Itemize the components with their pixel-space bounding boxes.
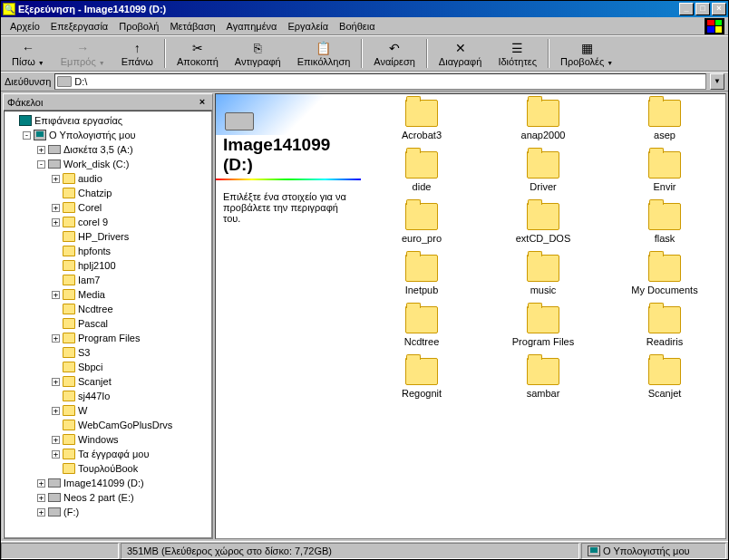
tree-item[interactable]: +Τα έγγραφά μου: [6, 447, 209, 461]
folder-icon: [405, 306, 438, 333]
toolbar-αναίρεση[interactable]: ↶Αναίρεση: [366, 37, 423, 70]
tree-item[interactable]: hpfonts: [6, 244, 209, 258]
toolbar-πίσω[interactable]: ←Πίσω ▼: [5, 37, 52, 70]
tree-item[interactable]: -Work_disk (C:): [6, 157, 209, 171]
toolbar-επικόλληση[interactable]: 📋Επικόλληση: [290, 37, 358, 70]
menu-μετάβαση[interactable]: Μετάβαση: [164, 19, 220, 34]
folder-icon: [527, 203, 559, 230]
tree-item[interactable]: +Neos 2 part (E:): [6, 490, 209, 505]
titlebar[interactable]: 🔍 Εξερεύνηση - Image141099 (D:) _ □ ×: [1, 1, 728, 17]
tree-item[interactable]: WebCamGoPlusDrvs: [6, 418, 209, 432]
expand-toggle[interactable]: +: [52, 204, 60, 212]
folder-item[interactable]: Acrobat3: [367, 100, 476, 140]
tree-item[interactable]: +W: [6, 403, 209, 418]
tree-item[interactable]: +Media: [6, 287, 209, 302]
tree-item[interactable]: +Corel: [6, 200, 209, 215]
tree-item[interactable]: +(F:): [6, 505, 209, 519]
toolbar-ιδιότητες[interactable]: ☰Ιδιότητες: [491, 37, 544, 70]
folder-item[interactable]: My Documents: [610, 255, 719, 295]
toolbar-προβολές[interactable]: ▦Προβολές ▼: [553, 37, 620, 70]
close-button[interactable]: ×: [712, 3, 726, 15]
address-input[interactable]: D:\: [54, 73, 706, 90]
folder-icon: [648, 255, 681, 282]
tree-item[interactable]: Επιφάνεια εργασίας: [6, 113, 209, 128]
folder-item[interactable]: Readiris: [610, 306, 719, 347]
toolbar-διαγραφή[interactable]: ✕Διαγραφή: [432, 37, 490, 70]
tree-item[interactable]: S3: [6, 345, 209, 360]
toolbar-επάνω[interactable]: ↑Επάνω: [114, 37, 160, 70]
tree-item[interactable]: Pascal: [6, 316, 209, 331]
expand-toggle[interactable]: +: [52, 407, 60, 415]
folder-item[interactable]: Scanjet: [610, 358, 719, 399]
folder-tree[interactable]: Επιφάνεια εργασίας-Ο Υπολογιστής μου+Δισ…: [4, 111, 212, 538]
addressbar: Διεύθυνση D:\ ▼: [1, 72, 728, 92]
toolbar-αντιγραφή[interactable]: ⎘Αντιγραφή: [228, 37, 288, 70]
tree-item[interactable]: Iam7: [6, 273, 209, 287]
folder-item[interactable]: extCD_DOS: [489, 203, 598, 244]
file-list[interactable]: Acrobat3anap2000asepdideDriverEnvireuro_…: [361, 94, 725, 538]
επάνω-icon: ↑: [128, 40, 146, 56]
menu-εργαλεία[interactable]: Εργαλεία: [282, 19, 334, 34]
folder-item[interactable]: music: [489, 255, 598, 295]
folder-icon: [527, 358, 559, 385]
tree-item[interactable]: Chatzip: [6, 186, 209, 200]
tree-item[interactable]: +Scanjet: [6, 374, 209, 389]
tree-item[interactable]: +Image141099 (D:): [6, 476, 209, 490]
expand-toggle[interactable]: +: [37, 494, 45, 502]
tree-item[interactable]: sj447Ιο: [6, 389, 209, 403]
maximize-button[interactable]: □: [695, 3, 710, 15]
menu-αρχείο[interactable]: Αρχείο: [5, 19, 45, 34]
tree-item[interactable]: ΤουρλούBook: [6, 461, 209, 476]
folder-icon: [63, 405, 75, 416]
toolbar-αποκοπή[interactable]: ✂Αποκοπή: [170, 37, 226, 70]
tree-item[interactable]: HP_Drivers: [6, 229, 209, 244]
tree-item[interactable]: -Ο Υπολογιστής μου: [6, 128, 209, 142]
folders-close-button[interactable]: ×: [196, 96, 209, 109]
expand-toggle[interactable]: -: [23, 131, 31, 140]
folder-item[interactable]: anap2000: [489, 100, 598, 140]
tree-item[interactable]: Ncdtree: [6, 302, 209, 316]
folder-item[interactable]: Inetpub: [367, 255, 476, 295]
expand-toggle[interactable]: +: [37, 146, 45, 154]
expand-toggle[interactable]: -: [37, 160, 45, 169]
folder-item[interactable]: Ncdtree: [367, 306, 476, 347]
expand-toggle[interactable]: +: [37, 479, 45, 488]
folder-item[interactable]: Regognit: [367, 358, 476, 399]
address-dropdown[interactable]: ▼: [710, 73, 724, 90]
folder-item[interactable]: sambar: [489, 358, 598, 399]
drive-icon: [48, 507, 61, 517]
tree-item[interactable]: +Windows: [6, 432, 209, 447]
folder-item[interactable]: flask: [610, 203, 719, 244]
app-icon: 🔍: [3, 3, 15, 15]
expand-toggle[interactable]: +: [37, 508, 45, 517]
drive-large-icon: [225, 112, 254, 130]
folder-item[interactable]: euro_pro: [367, 203, 476, 244]
menu-προβολή[interactable]: Προβολή: [113, 19, 164, 34]
menu-αγαπημένα[interactable]: Αγαπημένα: [221, 19, 283, 34]
menu-επεξεργασία[interactable]: Επεξεργασία: [45, 19, 113, 34]
tree-item[interactable]: hplj2100: [6, 258, 209, 273]
expand-toggle[interactable]: +: [52, 378, 60, 386]
folder-item[interactable]: Driver: [489, 151, 598, 192]
minimize-button[interactable]: _: [679, 3, 694, 15]
expand-toggle[interactable]: +: [52, 291, 60, 299]
folder-item[interactable]: asep: [610, 100, 719, 140]
tree-item[interactable]: +Δισκέτα 3,5 (A:): [6, 142, 209, 157]
folder-icon: [63, 434, 75, 445]
folder-icon: [63, 391, 75, 401]
expand-toggle[interactable]: +: [52, 218, 60, 227]
expand-toggle[interactable]: +: [52, 436, 60, 444]
tree-item[interactable]: +Program Files: [6, 331, 209, 345]
expand-toggle[interactable]: +: [52, 175, 60, 183]
menu-βοήθεια[interactable]: Βοήθεια: [334, 19, 380, 34]
expand-toggle[interactable]: +: [52, 334, 60, 343]
folder-item[interactable]: dide: [367, 151, 476, 192]
tree-item[interactable]: +corel 9: [6, 215, 209, 229]
tree-item[interactable]: Sbpci: [6, 360, 209, 374]
statusbar: 351MB (Ελεύθερος χώρος στο δίσκο: 7,72GB…: [1, 541, 728, 559]
expand-toggle[interactable]: +: [52, 450, 60, 459]
tree-item[interactable]: +audio: [6, 171, 209, 186]
folder-item[interactable]: Envir: [610, 151, 719, 192]
location-description: Επιλέξτε ένα στοιχείο για να προβάλετε τ…: [216, 180, 361, 235]
folder-item[interactable]: Program Files: [489, 306, 598, 347]
